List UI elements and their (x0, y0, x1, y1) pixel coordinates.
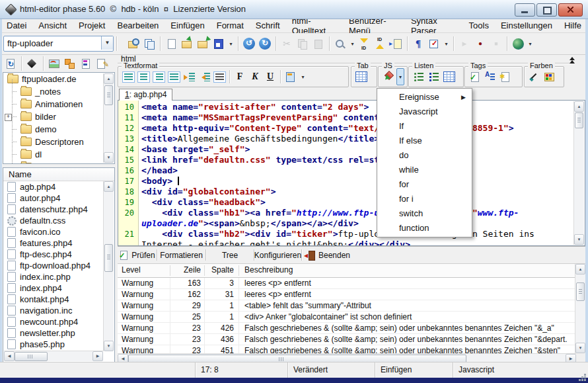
resize-grip[interactable] (584, 374, 586, 376)
copy-pages-button[interactable] (141, 36, 157, 51)
image-viewer-button[interactable] (46, 56, 62, 71)
id-down-button[interactable] (357, 36, 373, 51)
titlebar[interactable]: html-editor phase 5.60 © hdb - köln ¤ Li… (0, 0, 588, 19)
code-line-12[interactable]: 12<meta http-equiv="Content-Type" conten… (118, 123, 574, 134)
editor-tab-agb[interactable]: 1: agb.php4 (119, 89, 172, 101)
table-row[interactable]: Warnung23436Falsch geschriebenes & (soll… (118, 334, 576, 345)
scroll-down-icon[interactable]: ▼ (104, 341, 114, 351)
menu-format[interactable]: Format (211, 19, 250, 32)
editor-scrollbar-thumb[interactable] (575, 112, 583, 128)
table-scrollbar[interactable]: ▲ ▼ (575, 264, 585, 353)
scroll-right-icon[interactable]: ▶ (92, 351, 103, 361)
chevron-down-icon[interactable]: ▼ (101, 36, 113, 50)
color-picker-button[interactable] (527, 69, 542, 84)
file-list-scrollbar-thumb[interactable] (104, 244, 113, 272)
file-item-phase5-php[interactable]: phase5.php (3, 339, 114, 350)
menu-item-function[interactable]: function (377, 221, 472, 235)
record-button[interactable]: ● (472, 36, 488, 51)
table-row[interactable]: Warnung251<div> Anker "globalcontainer" … (118, 312, 576, 323)
column-header-beschreibung[interactable]: Beschreibung (244, 264, 573, 277)
tree-item-animationen[interactable]: Animationen (3, 98, 114, 110)
code-line-wrap-11[interactable]: uploader.de"><span>&nbsp;</span></a></di… (118, 218, 574, 229)
scroll-down-icon[interactable]: ▼ (574, 234, 584, 245)
dropdown-arrow-button[interactable]: ▾ (526, 36, 534, 51)
para-lines-button[interactable] (212, 69, 227, 84)
tag-new-button[interactable] (498, 69, 513, 84)
menu-ansicht[interactable]: Ansicht (32, 19, 73, 32)
code-line-15[interactable]: 15<link href="defaultn.css" type=text/cs… (118, 155, 574, 165)
page-refresh-button[interactable] (3, 56, 18, 71)
scroll-down-icon[interactable]: ▼ (575, 343, 585, 353)
align-center-button[interactable] (136, 69, 151, 84)
open-folder-button[interactable] (179, 36, 195, 51)
cut-button[interactable]: ✂ (279, 36, 295, 51)
file-item-index-inc-php[interactable]: index.inc.php (3, 271, 114, 282)
goto-doc-button[interactable] (388, 36, 404, 51)
code-line-16[interactable]: 16</head> (118, 165, 574, 176)
konfigurieren-button[interactable]: Konfigurieren (254, 247, 301, 263)
indent-inc-button[interactable] (182, 69, 196, 84)
new-file-button[interactable] (163, 36, 179, 51)
scroll-down-icon[interactable]: ▼ (104, 152, 114, 163)
file-item-datenschutz-php4[interactable]: datenschutz.php4 (3, 204, 114, 215)
tree-item-error[interactable]: error (3, 161, 114, 164)
align-right-button[interactable] (151, 69, 166, 84)
menu-hilfe[interactable]: Hilfe (558, 19, 587, 32)
tree-scrollbar[interactable]: ▲ ▼ (103, 73, 114, 163)
preview-button[interactable] (126, 36, 141, 51)
menu-item-if[interactable]: If (377, 119, 472, 134)
redo-button[interactable]: ↻ (257, 36, 273, 51)
code-line-10[interactable]: 10<meta name="revisit-after" content="2 … (118, 102, 574, 112)
doc-list-button[interactable] (78, 56, 94, 71)
scroll-up-icon[interactable]: ▲ (574, 101, 584, 112)
file-item-kontakt-php4[interactable]: kontakt.php4 (3, 294, 114, 305)
undo-button[interactable]: ↺ (241, 36, 257, 51)
file-item-newsletter-php[interactable]: newsletter.php (3, 327, 114, 339)
file-item-autor-php4[interactable]: autor.php4 (3, 192, 114, 204)
menu-datei[interactable]: Datei (1, 19, 32, 32)
doc-edit-button[interactable] (94, 56, 110, 71)
file-item-navigation-inc[interactable]: navigation.inc (3, 305, 114, 316)
menu-bearbeiten[interactable]: Bearbeiten (111, 19, 165, 32)
list-ul-button[interactable] (412, 69, 426, 84)
code-line-19[interactable]: 19 <div class="headback"> (118, 197, 574, 208)
table-row[interactable]: Warnung1633leeres <p> entfernt (118, 278, 576, 289)
bold-button[interactable]: F (233, 69, 247, 84)
file-item-features-php4[interactable]: features.php4 (3, 237, 114, 249)
menu-item-switch[interactable]: switch (377, 206, 472, 221)
align-justify-button[interactable] (166, 69, 181, 84)
beenden-button[interactable]: Beenden (302, 247, 353, 263)
tree-item-descriptoren[interactable]: Descriptoren (3, 136, 114, 148)
table-row[interactable]: Warnung291<table> fehlt das "summary"-At… (118, 300, 576, 312)
code-line-14[interactable]: 14<base target="_self"> (118, 144, 574, 155)
file-item-newcount-php4[interactable]: newcount.php4 (3, 316, 114, 327)
code-lines[interactable]: 10<meta name="revisit-after" content="2 … (118, 102, 574, 245)
tree-button[interactable]: Tree (206, 247, 254, 263)
menu-item-javascript[interactable]: Javascript (377, 105, 472, 119)
scroll-left-icon[interactable]: ◀ (4, 351, 15, 361)
file-item-ftp-desc-php4[interactable]: ftp-desc.php4 (3, 249, 114, 260)
menu-item-if-else[interactable]: If else (377, 134, 472, 148)
table-row[interactable]: Warnung23426Falsch geschriebenes & (soll… (118, 323, 576, 334)
file-list-hscrollbar-thumb[interactable] (15, 352, 48, 361)
minimize-button[interactable] (515, 3, 535, 17)
indent-dec-button[interactable] (197, 69, 211, 84)
tag-anchor-button[interactable] (483, 69, 497, 84)
js-dropdown-arrow-button[interactable]: ▾ (396, 68, 404, 85)
menu-schrift[interactable]: Schrift (250, 19, 286, 32)
folder-import-button[interactable] (195, 36, 211, 51)
menu-item-for-i[interactable]: for i (377, 192, 472, 206)
textformat-dropdown-arrow-button[interactable]: ▾ (299, 69, 307, 84)
scroll-up-icon[interactable]: ▲ (104, 181, 114, 192)
column-header-level[interactable]: Level (122, 264, 168, 277)
table-grid-button[interactable] (442, 69, 457, 84)
close-button[interactable] (558, 3, 583, 17)
project-combobox[interactable]: ftp-uploader ▼ (3, 36, 114, 52)
tree-item-bilder[interactable]: +bilder (3, 110, 114, 123)
table-row[interactable]: Warnung16231leeres <p> entfernt (118, 289, 576, 300)
file-list-header[interactable]: Name (3, 168, 114, 181)
scroll-up-icon[interactable]: ▲ (104, 73, 114, 84)
underline-button[interactable]: U (263, 69, 277, 84)
copy-button[interactable] (295, 36, 311, 51)
code-line-18[interactable]: 18<div id="globalcontainer"> (118, 187, 574, 197)
